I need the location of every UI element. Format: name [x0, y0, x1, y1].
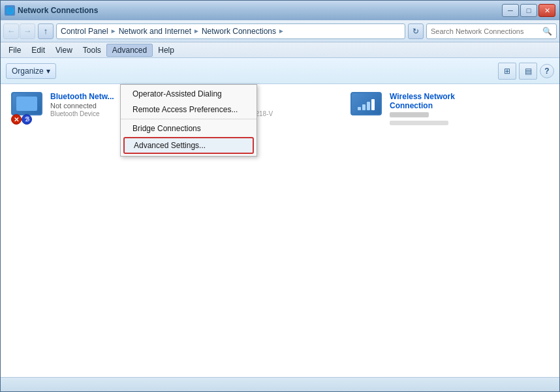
- menu-bridge-connections[interactable]: Bridge Connections: [121, 121, 257, 136]
- menu-view[interactable]: View: [50, 44, 78, 56]
- menu-edit[interactable]: Edit: [26, 44, 50, 56]
- bluetooth-monitor-icon: [11, 92, 42, 115]
- menu-tools[interactable]: Tools: [78, 44, 106, 56]
- minimize-button[interactable]: ─: [502, 4, 519, 17]
- menu-help[interactable]: Help: [153, 44, 179, 56]
- breadcrumb-sep-3: ►: [278, 27, 285, 35]
- view-layout-button[interactable]: ⊞: [498, 63, 516, 80]
- breadcrumb-network-connections[interactable]: Network Connections: [202, 27, 276, 36]
- breadcrumb-network-internet[interactable]: Network and Internet: [119, 27, 191, 36]
- menu-remote-access[interactable]: Remote Access Preferences...: [121, 102, 257, 117]
- view-toggle-button[interactable]: ▤: [519, 63, 537, 80]
- disconnected-icon: ✕: [11, 114, 22, 125]
- title-bar: 🌐 Network Connections ─ □ ✕: [1, 1, 559, 20]
- organize-label: Organize: [12, 67, 44, 76]
- wireless-conn-status: [390, 111, 494, 119]
- search-input[interactable]: [431, 27, 540, 35]
- maximize-button[interactable]: □: [520, 4, 537, 17]
- help-button[interactable]: ?: [540, 64, 554, 78]
- signal-bar-2: [362, 104, 366, 110]
- menu-advanced-settings[interactable]: Advanced Settings...: [123, 137, 254, 154]
- organize-arrow: ▾: [46, 67, 50, 76]
- refresh-button[interactable]: ↻: [408, 23, 424, 39]
- content-area: ✕ ℬ Bluetooth Netw... Not connected Blue…: [1, 84, 559, 377]
- nav-buttons: ← →: [3, 23, 35, 39]
- up-button[interactable]: ↑: [38, 23, 54, 39]
- close-button[interactable]: ✕: [538, 4, 555, 17]
- signal-bars: [358, 97, 375, 110]
- signal-bar-3: [367, 102, 370, 110]
- menu-bar: File Edit View Tools Advanced Help: [1, 42, 559, 58]
- wireless-conn-info: Wireless Network Connection: [390, 92, 494, 127]
- advanced-dropdown-menu: Operator-Assisted Dialing Remote Access …: [120, 84, 257, 157]
- wireless-conn-name[interactable]: Wireless Network Connection: [390, 92, 494, 110]
- toolbar-right: ⊞ ▤ ?: [498, 63, 554, 80]
- breadcrumb-sep-1: ►: [110, 27, 117, 35]
- main-window: 🌐 Network Connections ─ □ ✕ ← → ↑ Contro…: [0, 0, 560, 392]
- signal-bar-1: [358, 107, 361, 110]
- menu-operator-dialing[interactable]: Operator-Assisted Dialing: [121, 86, 257, 102]
- organize-button[interactable]: Organize ▾: [6, 63, 56, 79]
- menu-advanced[interactable]: Advanced: [106, 44, 153, 57]
- bluetooth-icon-wrap: ✕ ℬ: [11, 92, 44, 125]
- menu-file[interactable]: File: [3, 44, 26, 56]
- status-bar: [1, 377, 559, 391]
- window-title: Network Connections: [18, 6, 499, 15]
- wireless-icon-wrap: [350, 92, 383, 125]
- bluetooth-icon: ℬ: [22, 114, 32, 125]
- window-controls: ─ □ ✕: [502, 4, 555, 17]
- toolbar: Organize ▾ ⊞ ▤ ?: [1, 58, 559, 84]
- breadcrumb[interactable]: Control Panel ► Network and Internet ► N…: [56, 23, 405, 39]
- list-item-wireless[interactable]: Wireless Network Connection: [350, 92, 494, 369]
- breadcrumb-sep-2: ►: [193, 27, 200, 35]
- monitor-screen-bluetooth: [16, 97, 37, 111]
- wireless-conn-detail: [390, 119, 494, 127]
- search-box[interactable]: 🔍: [426, 23, 557, 39]
- breadcrumb-control-panel[interactable]: Control Panel: [61, 27, 108, 36]
- address-bar: ← → ↑ Control Panel ► Network and Intern…: [1, 20, 559, 42]
- wireless-signal-icon: [350, 92, 382, 115]
- search-icon: 🔍: [542, 27, 552, 36]
- forward-button[interactable]: →: [20, 23, 35, 39]
- signal-bar-4: [371, 99, 375, 110]
- window-icon: 🌐: [5, 5, 15, 16]
- dropdown-divider-1: [121, 119, 257, 119]
- back-button[interactable]: ←: [3, 23, 19, 39]
